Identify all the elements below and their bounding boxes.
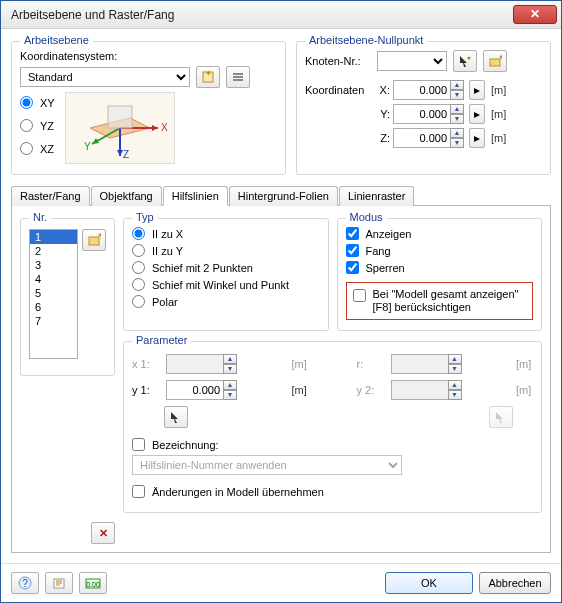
coord-z-menu[interactable]: ▸: [469, 128, 485, 148]
knoten-new-button[interactable]: ✶: [483, 50, 507, 72]
svg-marker-7: [152, 125, 158, 131]
list-item[interactable]: 5: [30, 286, 77, 300]
param-y1-input[interactable]: [166, 380, 224, 400]
cancel-button[interactable]: Abbrechen: [479, 572, 551, 594]
koordsystem-edit-button[interactable]: [226, 66, 250, 88]
svg-text:0.00: 0.00: [86, 581, 100, 588]
modus-f8[interactable]: Bei "Modell gesamt anzeigen" [F8] berück…: [353, 288, 527, 314]
plane-preview: X Y Z: [65, 92, 175, 164]
typ-schief2[interactable]: Schief mit 2 Punkten: [132, 261, 320, 274]
koordinaten-label: Koordinaten: [305, 84, 373, 96]
tab-rasterfang[interactable]: Raster/Fang: [11, 186, 90, 206]
param-y2-input: [391, 380, 449, 400]
nr-new-button[interactable]: ✶: [82, 229, 106, 251]
coord-x-input[interactable]: [393, 80, 451, 100]
bezeichnung-check[interactable]: Bezeichnung:: [132, 438, 533, 451]
legend-typ: Typ: [132, 211, 158, 223]
coord-x-down[interactable]: ▼: [450, 90, 464, 100]
typ-ii-x[interactable]: II zu X: [132, 227, 320, 240]
list-item[interactable]: 3: [30, 258, 77, 272]
preset-icon: [52, 576, 66, 590]
plane-yz[interactable]: YZ: [20, 119, 55, 132]
list-item[interactable]: 1: [30, 230, 77, 244]
param-r-down: ▼: [448, 364, 462, 374]
coord-z-down[interactable]: ▼: [450, 138, 464, 148]
modus-f8-highlight: Bei "Modell gesamt anzeigen" [F8] berück…: [346, 282, 534, 320]
modus-anzeigen[interactable]: Anzeigen: [346, 227, 534, 240]
coord-z-up[interactable]: ▲: [450, 128, 464, 138]
ok-button[interactable]: OK: [385, 572, 473, 594]
param-y2-down: ▼: [448, 390, 462, 400]
axis-z-label: Z:: [376, 132, 390, 144]
koordsystem-new-button[interactable]: ✶: [196, 66, 220, 88]
svg-rect-3: [233, 76, 243, 78]
list-item[interactable]: 4: [30, 272, 77, 286]
tab-hintergrund[interactable]: Hintergrund-Folien: [229, 186, 338, 206]
axes-preview-icon: X Y Z: [70, 96, 170, 160]
tab-hilfslinien[interactable]: Hilfslinien: [163, 186, 228, 206]
apply-changes-check[interactable]: Änderungen in Modell übernehmen: [132, 485, 533, 498]
plane-xy[interactable]: XY: [20, 96, 55, 109]
coord-x-up[interactable]: ▲: [450, 80, 464, 90]
param-y1-label: y 1:: [132, 384, 162, 396]
typ-polar[interactable]: Polar: [132, 295, 320, 308]
pick-point-disabled-icon: [494, 410, 508, 424]
list-icon: [231, 70, 245, 84]
param-pick1-button[interactable]: [164, 406, 188, 428]
param-y1-down[interactable]: ▼: [223, 390, 237, 400]
svg-rect-15: [108, 106, 132, 128]
koordsystem-select[interactable]: Standard: [20, 67, 190, 87]
coord-y-unit: [m]: [491, 108, 506, 120]
units-button[interactable]: 0.00: [79, 572, 107, 594]
coord-y-up[interactable]: ▲: [450, 104, 464, 114]
svg-text:✶: ✶: [498, 54, 502, 62]
nr-list[interactable]: 1 2 3 4 5 6 7: [29, 229, 78, 359]
coord-z-unit: [m]: [491, 132, 506, 144]
list-item[interactable]: 7: [30, 314, 77, 328]
nr-delete-button[interactable]: ✕: [91, 522, 115, 544]
tab-objektfang[interactable]: Objektfang: [91, 186, 162, 206]
param-y2-label: y 2:: [357, 384, 387, 396]
svg-rect-2: [233, 73, 243, 75]
coord-y-down[interactable]: ▼: [450, 114, 464, 124]
folder-new-icon: ✶: [488, 54, 502, 68]
units-icon: 0.00: [85, 576, 101, 590]
tabbar: Raster/Fang Objektfang Hilfslinien Hinte…: [11, 185, 551, 206]
list-item[interactable]: 2: [30, 244, 77, 258]
group-nullpunkt: Arbeitsebene-Nullpunkt Knoten-Nr.: ✶ Koo…: [296, 41, 551, 175]
coord-x-menu[interactable]: ▸: [469, 80, 485, 100]
knoten-select[interactable]: [377, 51, 447, 71]
koordsystem-label: Koordinatensystem:: [20, 50, 117, 62]
param-r-unit: [m]: [516, 358, 533, 370]
svg-rect-4: [233, 79, 243, 81]
dialog-footer: ? 0.00 OK Abbrechen: [1, 563, 561, 602]
coord-x-unit: [m]: [491, 84, 506, 96]
tab-linienraster[interactable]: Linienraster: [339, 186, 414, 206]
list-item[interactable]: 6: [30, 300, 77, 314]
param-x1-input: [166, 354, 224, 374]
knoten-pick-button[interactable]: [453, 50, 477, 72]
typ-ii-y[interactable]: II zu Y: [132, 244, 320, 257]
coord-z-input[interactable]: [393, 128, 451, 148]
param-x1-up: ▲: [223, 354, 237, 364]
param-y1-up[interactable]: ▲: [223, 380, 237, 390]
preset-button[interactable]: [45, 572, 73, 594]
modus-fang[interactable]: Fang: [346, 244, 534, 257]
typ-schiefwp[interactable]: Schief mit Winkel und Punkt: [132, 278, 320, 291]
modus-sperren[interactable]: Sperren: [346, 261, 534, 274]
param-x1-unit: [m]: [292, 358, 309, 370]
group-modus: Modus Anzeigen Fang Sperren Bei "Modell …: [337, 218, 543, 331]
param-x1-label: x 1:: [132, 358, 162, 370]
axis-x-label: X:: [376, 84, 390, 96]
help-button[interactable]: ?: [11, 572, 39, 594]
close-button[interactable]: ✕: [513, 5, 557, 24]
param-r-label: r:: [357, 358, 387, 370]
new-coord-icon: ✶: [201, 70, 215, 84]
plane-xz[interactable]: XZ: [20, 142, 55, 155]
param-y2-unit: [m]: [516, 384, 533, 396]
titlebar: Arbeitsebene und Raster/Fang ✕: [1, 1, 561, 29]
pick-node-icon: [458, 54, 472, 68]
coord-y-menu[interactable]: ▸: [469, 104, 485, 124]
coord-y-input[interactable]: [393, 104, 451, 124]
dialog-content: Arbeitsebene Koordinatensystem: Standard…: [1, 29, 561, 563]
